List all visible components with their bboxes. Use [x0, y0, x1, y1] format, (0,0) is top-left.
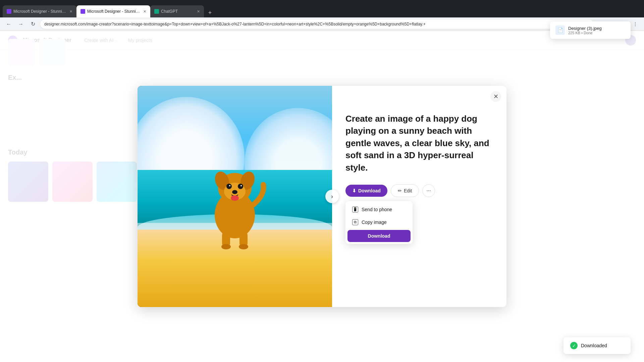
tab-1-label: Microsoft Designer - Stunning... [13, 9, 67, 14]
back-button[interactable]: ← [4, 19, 13, 29]
modal: ✕ [138, 86, 506, 307]
next-image-button[interactable]: › [325, 190, 339, 203]
tab-1-favicon [7, 9, 11, 14]
tab-3-favicon [154, 9, 159, 14]
more-icon: ··· [426, 188, 431, 194]
modal-image-side: › [138, 86, 332, 307]
download-file-icon: 📄 [555, 25, 565, 35]
download-icon: ⬇ [352, 188, 356, 193]
new-tab-button[interactable]: + [205, 8, 215, 17]
dog-beach-image [138, 86, 332, 307]
send-to-phone-item[interactable]: 📱 Send to phone [347, 203, 411, 216]
svg-point-7 [238, 184, 243, 189]
download-status: 225 KB • Done [568, 31, 625, 35]
address-bar-row: ← → ↻ 🧩 👤 ⬇ ⋮ [0, 17, 644, 31]
address-input[interactable] [40, 19, 594, 29]
tab-2-label: Microsoft Designer - Stunning... [87, 9, 141, 14]
browser-menu-button[interactable]: ⋮ [631, 19, 640, 29]
svg-point-14 [239, 244, 248, 249]
check-icon: ✓ [572, 343, 576, 348]
svg-point-8 [240, 185, 242, 186]
copy-image-label: Copy image [362, 220, 387, 225]
download-filename: Designer (3).jpeg [568, 26, 625, 31]
dropdown-menu: 📱 Send to phone ⧉ Copy image [345, 201, 413, 244]
phone-icon: 📱 [352, 206, 358, 213]
send-to-phone-label: Send to phone [362, 207, 392, 212]
modal-content-side: Create an image of a happy dog playing o… [332, 86, 506, 307]
app-content: Microsoft Designer Create with AI ⌄ My p… [0, 31, 644, 362]
download-size: 225 KB [568, 31, 580, 35]
refresh-button[interactable]: ↻ [28, 19, 38, 29]
tab-3-label: ChatGPT [161, 9, 195, 14]
modal-body: › Create an image of a happy dog playing… [138, 86, 506, 307]
tab-1[interactable]: Microsoft Designer - Stunning... ✕ [3, 5, 76, 17]
dog-figure [198, 151, 272, 252]
downloaded-toast: ✓ Downloaded [564, 337, 631, 354]
svg-point-6 [229, 185, 230, 186]
toast-label: Downloaded [581, 343, 607, 348]
svg-point-13 [221, 244, 231, 249]
forward-icon: → [18, 21, 23, 27]
download-info: Designer (3).jpeg 225 KB • Done [568, 26, 625, 35]
dropdown-download-label: Download [368, 233, 390, 239]
close-icon: ✕ [493, 93, 498, 100]
refresh-icon: ↻ [31, 21, 35, 27]
modal-overlay: ✕ [0, 31, 644, 362]
copy-icon: ⧉ [352, 219, 358, 225]
svg-point-5 [226, 184, 232, 189]
edit-label: Edit [404, 188, 412, 193]
modal-prompt-text: Create an image of a happy dog playing o… [345, 113, 493, 174]
tab-2-favicon [80, 9, 85, 14]
back-icon: ← [6, 21, 11, 27]
more-options-button[interactable]: ··· [422, 184, 435, 197]
chevron-right-icon: › [331, 193, 333, 200]
forward-button[interactable]: → [16, 19, 25, 29]
download-done: Done [584, 31, 592, 35]
edit-button[interactable]: ✏ Edit [391, 184, 419, 197]
tab-1-close[interactable]: ✕ [69, 9, 72, 14]
svg-point-9 [232, 190, 237, 194]
edit-icon: ✏ [398, 188, 402, 193]
download-primary-button[interactable]: ⬇ Download [345, 185, 387, 197]
modal-actions: ⬇ Download ✏ Edit ··· [345, 184, 493, 197]
tab-2-close[interactable]: ✕ [143, 9, 146, 14]
tab-3-close[interactable]: ✕ [197, 9, 200, 14]
dropdown-download-button[interactable]: Download [347, 230, 411, 242]
tabs-bar: Microsoft Designer - Stunning... ✕ Micro… [3, 0, 641, 17]
browser-chrome: Microsoft Designer - Stunning... ✕ Micro… [0, 0, 644, 17]
tab-2[interactable]: Microsoft Designer - Stunning... ✕ [76, 5, 150, 17]
copy-image-item[interactable]: ⧉ Copy image [347, 216, 411, 229]
svg-point-10 [231, 195, 239, 201]
toast-check-icon: ✓ [570, 342, 578, 349]
download-primary-label: Download [358, 188, 381, 193]
tab-3[interactable]: ChatGPT ✕ [150, 5, 204, 17]
modal-close-button[interactable]: ✕ [490, 91, 501, 102]
download-notification: 📄 Designer (3).jpeg 225 KB • Done [550, 21, 631, 39]
